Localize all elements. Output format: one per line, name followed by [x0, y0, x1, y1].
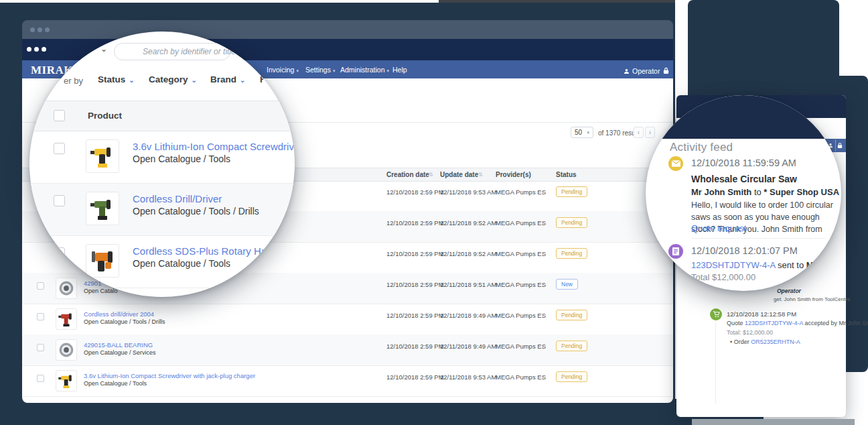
chevron-down-icon: ▾ [333, 68, 336, 73]
row-checkbox[interactable] [54, 195, 65, 206]
cell-update: 12/11/2018 9:49 AM [440, 343, 496, 350]
panel-footer-strip [692, 419, 855, 425]
bullet-icon: • [730, 339, 732, 345]
nav-item-settings[interactable]: Settings▾ [305, 66, 335, 74]
product-row-zoom[interactable]: Cordless Drill/Driver Open Catalogue / T… [29, 184, 295, 236]
chevron-down-icon: ⌄ [240, 76, 245, 84]
feed-entry-total: Total $12,000.00 [691, 272, 755, 282]
nav-item-help[interactable]: Help [392, 66, 407, 74]
row-checkbox[interactable] [54, 143, 65, 154]
user-menu[interactable]: Operator [624, 65, 660, 77]
back-window-titlebar [22, 20, 673, 39]
sort-icon[interactable]: ⇅ [429, 172, 433, 178]
window-dot[interactable] [45, 27, 50, 32]
product-image-hammer-orange [86, 244, 119, 278]
feed-divider [691, 238, 825, 239]
product-row-zoom[interactable]: 3.6v Lithium-Ion Compact Screwdriver wit… [29, 131, 295, 184]
user-icon [624, 65, 630, 77]
table-row[interactable]: 429015-BALL BEARING Open Catalogue / Ser… [22, 335, 673, 366]
cell-provider: MEGA Pumps ES [496, 312, 546, 319]
sort-icon[interactable]: ⇅ [478, 172, 483, 178]
row-checkbox[interactable] [37, 313, 44, 320]
status-badge: Pending [556, 310, 587, 320]
col-creation-date[interactable]: Creation date [386, 171, 429, 178]
product-category: Open Catalogue / Services [84, 349, 156, 356]
status-badge: Pending [556, 341, 587, 351]
feed-entry-total: Total: $12,000.00 [727, 329, 773, 336]
product-category: Open Catalogue / Tools [133, 258, 230, 269]
window-dot[interactable] [27, 47, 31, 52]
feed-entry-time: 12/10/2018 12:01:07 PM [691, 245, 798, 256]
col-status: Status [556, 171, 577, 178]
page-size-select[interactable]: 50▾ [571, 127, 593, 138]
product-category: Open Catalogue / Tools [84, 380, 147, 387]
order-link[interactable]: OR5235ERHTN-A [751, 339, 800, 345]
product-image-bearing [56, 278, 77, 299]
row-checkbox[interactable] [37, 282, 44, 290]
status-badge: Pending [556, 186, 587, 197]
table-row[interactable]: Cordless drill/driver 2004 Open Catalogu… [22, 304, 673, 335]
cell-creation: 12/10/2018 2:59 PM [386, 281, 444, 288]
product-image-bearing [56, 339, 77, 361]
filter-brand[interactable]: Brand⌄ [210, 74, 245, 84]
cell-provider: MEGA Pumps ES [496, 343, 546, 350]
quote-link[interactable]: 123DSHTJDTYW-4-A [745, 320, 803, 326]
lock-icon[interactable] [835, 139, 845, 151]
product-category: Open Catalo [84, 288, 118, 294]
cell-creation: 12/10/2018 2:59 PM [386, 312, 444, 319]
window-dot[interactable] [34, 47, 39, 52]
product-image-drill-yellow [56, 370, 77, 391]
quote-request-link[interactable]: Quote request [691, 223, 746, 233]
product-category: Open Catalogue / Tools / Drills [84, 318, 165, 325]
window-dot[interactable] [42, 47, 46, 52]
chevron-down-icon: ⌄ [129, 76, 134, 84]
cell-creation: 12/10/2018 2:59 PM [386, 188, 444, 196]
cell-update: 12/11/2018 9:51 AM [440, 281, 496, 288]
status-badge: New [556, 279, 578, 290]
cell-provider: MEGA Pumps ES [496, 281, 546, 288]
product-list-header: Product [29, 101, 295, 131]
col-update-date[interactable]: Update date [440, 171, 478, 178]
feed-title: Activity feed [670, 141, 733, 154]
nav-item-invoicing[interactable]: Invoicing▾ [267, 66, 299, 74]
col-provider: Provider(s) [496, 171, 531, 178]
product-image-drill-red [56, 308, 77, 330]
chevron-down-icon: ⌄ [192, 76, 197, 84]
row-checkbox[interactable] [37, 375, 44, 382]
feed-entry-text: Quote 123DSHTJDTYW-4-A accepted by Mr Jo… [727, 320, 868, 326]
feed-entry-participants: Mr John Smith to * Super Shop USA [691, 187, 839, 197]
feed-fragment: get. John Smith from ToolCentre [774, 296, 851, 302]
cell-creation: 12/10/2018 2:59 PM [386, 250, 444, 257]
filter-status[interactable]: Status⌄ [98, 74, 135, 84]
nav-item-administration[interactable]: Administration▾ [340, 66, 389, 74]
lock-icon[interactable] [663, 65, 669, 77]
product-category: Open Catalogue / Tools / Drills [133, 206, 259, 217]
feed-entry-time: 12/10/2018 12:12:58 PM [727, 310, 796, 318]
cell-update: 12/11/2018 9:52 AM [440, 219, 496, 227]
cell-update: 12/11/2018 9:52 AM [440, 250, 496, 257]
product-link[interactable]: Cordless Drill/Driver [133, 193, 222, 204]
chevron-down-icon: ▾ [296, 68, 299, 73]
window-dot[interactable] [30, 27, 35, 32]
chevron-down-icon: ▾ [387, 68, 390, 73]
user-label: Operator [632, 67, 660, 75]
product-image-drill-green [86, 192, 119, 225]
product-link[interactable]: 3.6v Lithium-Ion Compact Screwdriver wit… [133, 141, 295, 152]
table-row[interactable]: 3.6v Lithium-Ion Compact Screwdriver wit… [22, 365, 673, 397]
filter-category[interactable]: Category⌄ [149, 74, 197, 84]
product-link[interactable]: 429015-BALL BEARING [84, 341, 153, 349]
product-link[interactable]: Cordless drill/driver 2004 [84, 310, 154, 318]
row-checkbox[interactable] [37, 344, 44, 351]
product-link[interactable]: 3.6v Lithium-Ion Compact Screwdriver wit… [84, 372, 255, 379]
next-page-button[interactable]: › [645, 127, 655, 138]
cell-update: 12/11/2018 9:49 AM [440, 312, 496, 319]
quote-link[interactable]: 123DSHTJDTYW-4-A [691, 260, 775, 270]
cell-creation: 12/10/2018 2:59 PM [386, 219, 444, 227]
window-dot[interactable] [38, 27, 42, 32]
cell-provider: MEGA Pumps ES [496, 373, 546, 381]
prev-page-button[interactable]: ‹ [634, 127, 644, 138]
chevron-down-icon[interactable]: ⌄ [100, 44, 107, 54]
search-placeholder: Search by identifier or title... [115, 47, 242, 56]
select-all-checkbox[interactable] [54, 110, 65, 121]
search-input[interactable]: Search by identifier or title... [114, 43, 230, 60]
